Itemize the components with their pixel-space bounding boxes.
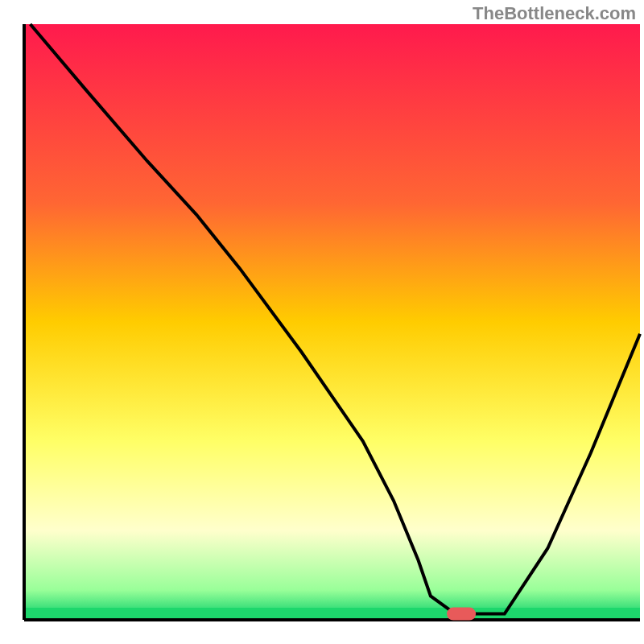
watermark-text: TheBottleneck.com	[473, 3, 636, 24]
chart-svg	[0, 0, 644, 644]
optimal-marker	[447, 608, 476, 621]
chart-container: TheBottleneck.com	[0, 0, 644, 644]
bottom-green-band	[24, 608, 640, 620]
plot-background	[24, 24, 640, 620]
